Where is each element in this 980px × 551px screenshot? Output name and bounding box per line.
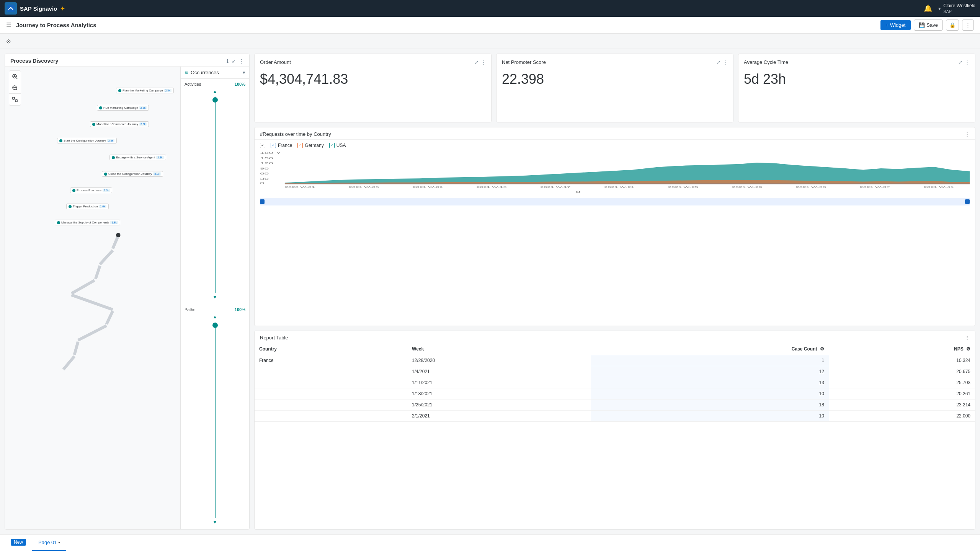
- cycle-time-title: Average Cycle Time: [744, 59, 788, 65]
- logo-icon: [5, 2, 17, 15]
- paths-slider-line[interactable]: [215, 322, 216, 518]
- svg-text:30: 30: [260, 178, 269, 180]
- france-checkbox[interactable]: ✓: [271, 143, 276, 148]
- hamburger-menu-icon[interactable]: ☰: [6, 21, 11, 29]
- net-promoter-score-widget: Net Promoter Score ⤢ ⋮ 22.398: [496, 54, 733, 122]
- page01-label: Page 01: [38, 540, 57, 545]
- widget-header: Average Cycle Time ⤢ ⋮: [744, 59, 970, 65]
- widget-header: Net Promoter Score ⤢ ⋮: [502, 59, 728, 65]
- process-node[interactable]: Monetize eCommerce Journey 3.3k: [90, 121, 149, 127]
- svg-text:2021 W-41: 2021 W-41: [923, 186, 954, 188]
- svg-text:2021 W-25: 2021 W-25: [668, 186, 698, 188]
- cell-country: [255, 411, 407, 422]
- paths-slider-down-icon[interactable]: ▼: [212, 519, 218, 526]
- svg-text:Y: Y: [276, 152, 281, 154]
- new-tab-label: New: [11, 539, 26, 546]
- svg-line-22: [74, 342, 78, 355]
- fit-to-screen-button[interactable]: [9, 94, 21, 105]
- table-header: Report Table ⋮: [255, 331, 975, 343]
- top-widgets: Order Amount ⤢ ⋮ $4,304,741.83 Net Promo…: [254, 54, 975, 122]
- paths-slider-up-icon[interactable]: ▲: [212, 313, 218, 320]
- germany-checkbox[interactable]: ✓: [297, 143, 303, 148]
- widget-header: Order Amount ⤢ ⋮: [260, 59, 486, 65]
- activities-slider-line[interactable]: [215, 96, 216, 292]
- expand-icon[interactable]: ⤢: [232, 58, 236, 64]
- svg-text:90: 90: [260, 167, 269, 170]
- page01-dropdown-icon[interactable]: ▾: [58, 540, 60, 544]
- svg-text:2021 W-21: 2021 W-21: [604, 186, 634, 188]
- process-node[interactable]: Plan the Marketing Campaign 2.5k: [116, 88, 174, 93]
- svg-line-21: [78, 326, 106, 340]
- widget-header-icons: ⤢ ⋮: [958, 59, 970, 65]
- process-discovery-title: Process Discovery: [10, 58, 58, 64]
- user-details: Claire Westfield SAP: [943, 3, 975, 14]
- process-node[interactable]: Engage with a Service Agent 2.3k: [109, 155, 166, 160]
- expand-icon[interactable]: ⤢: [474, 59, 479, 65]
- process-node[interactable]: Manage the Supply of Components 1.8k: [55, 220, 120, 225]
- add-widget-button[interactable]: + Widget: [880, 20, 911, 30]
- cell-nps: 20.261: [829, 388, 975, 399]
- more-icon[interactable]: ⋮: [239, 58, 244, 64]
- col-case-count-settings-icon[interactable]: ⚙: [820, 346, 824, 352]
- occurrences-dropdown[interactable]: ≋ Occurrences ▾: [181, 67, 249, 79]
- col-nps-settings-icon[interactable]: ⚙: [966, 346, 970, 352]
- more-icon[interactable]: ⋮: [481, 59, 486, 65]
- svg-rect-9: [13, 97, 15, 99]
- data-table: Country Week Case Count ⚙ NPS: [255, 343, 975, 422]
- page-title: Journey to Process Analytics: [16, 22, 96, 28]
- range-slider-right-handle[interactable]: [965, 199, 970, 204]
- process-discovery-header: Process Discovery ℹ ⤢ ⋮: [5, 54, 249, 67]
- svg-line-8: [16, 89, 17, 90]
- process-node[interactable]: Process Purchase 1.6k: [70, 187, 112, 193]
- cell-nps: 20.675: [829, 366, 975, 377]
- table-row: 1/18/2021 10 20.261: [255, 388, 975, 399]
- process-node[interactable]: Run Marketing Campaign 2.5k: [97, 105, 149, 111]
- user-name: Claire Westfield: [943, 3, 975, 9]
- table-container[interactable]: Country Week Case Count ⚙ NPS: [255, 343, 975, 529]
- cell-week: 12/28/2020: [407, 355, 591, 366]
- more-icon[interactable]: ⋮: [965, 59, 970, 65]
- process-node[interactable]: Start the Configuration Journey 3.5k: [57, 138, 117, 143]
- nav-right: 🔔 ▾ Claire Westfield SAP: [924, 3, 975, 14]
- more-options-button[interactable]: ⋮: [962, 20, 974, 31]
- filter-toolbar: ⊘: [0, 34, 980, 49]
- tab-new[interactable]: New: [5, 534, 32, 551]
- info-icon[interactable]: ℹ: [227, 58, 229, 64]
- filter-icon[interactable]: ⊘: [6, 38, 11, 45]
- process-node[interactable]: Trigger Production 1.6k: [66, 204, 109, 209]
- requests-chart: #Requests over time by Country ⋮ ✓ ✓ Fra…: [254, 127, 975, 326]
- chart-range-slider[interactable]: [260, 198, 970, 205]
- activities-slider-down-icon[interactable]: ▼: [212, 294, 218, 301]
- expand-icon[interactable]: ⤢: [716, 59, 720, 65]
- svg-point-1: [10, 7, 11, 8]
- zoom-in-button[interactable]: [9, 71, 21, 82]
- expand-icon[interactable]: ⤢: [958, 59, 962, 65]
- more-icon[interactable]: ⋮: [723, 59, 728, 65]
- average-cycle-time-widget: Average Cycle Time ⤢ ⋮ 5d 23h: [738, 54, 975, 122]
- lock-button[interactable]: 🔒: [946, 20, 959, 31]
- widget-header-icons: ⤢ ⋮: [474, 59, 486, 65]
- table-row: 1/11/2021 13 25.703: [255, 377, 975, 388]
- tab-page01[interactable]: Page 01 ▾: [32, 534, 66, 551]
- cell-case-count: 1: [591, 355, 829, 366]
- cell-week: 2/1/2021: [407, 411, 591, 422]
- notification-bell-icon[interactable]: 🔔: [924, 4, 932, 13]
- main-content: Process Discovery ℹ ⤢ ⋮: [0, 49, 980, 534]
- chart-more-icon[interactable]: ⋮: [965, 131, 970, 137]
- legend-all-checkbox[interactable]: ✓: [260, 143, 265, 148]
- app-logo: SAP Signavio ✦: [5, 2, 65, 15]
- save-button[interactable]: 💾 Save: [914, 20, 943, 31]
- activities-slider-up-icon[interactable]: ▲: [212, 88, 218, 95]
- table-more-icon[interactable]: ⋮: [965, 335, 970, 341]
- process-map: Plan the Marketing Campaign 2.5k Run Mar…: [5, 67, 180, 529]
- usa-checkbox[interactable]: ✓: [329, 143, 335, 148]
- range-slider-left-handle[interactable]: [260, 199, 265, 204]
- report-table: Report Table ⋮ Country Week: [254, 331, 975, 530]
- svg-text:150: 150: [260, 157, 273, 160]
- svg-line-19: [72, 295, 113, 310]
- process-node[interactable]: Close the Configuration Journey 3.2k: [102, 171, 163, 177]
- user-profile[interactable]: ▾ Claire Westfield SAP: [938, 3, 975, 14]
- svg-rect-10: [15, 100, 17, 102]
- zoom-out-button[interactable]: [9, 82, 21, 94]
- svg-text:2021 W-33: 2021 W-33: [796, 186, 826, 188]
